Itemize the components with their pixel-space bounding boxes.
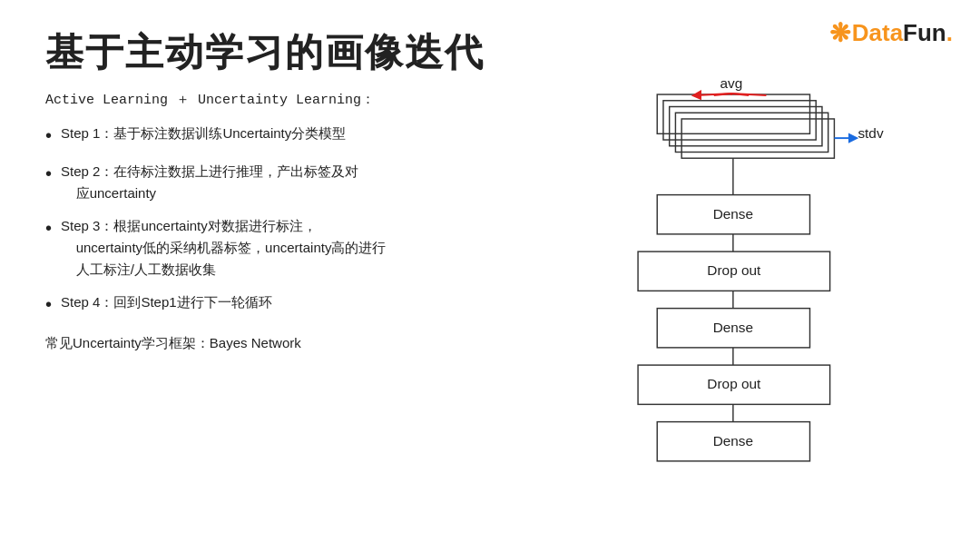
avg-label: avg [720,75,743,91]
list-item: • Step 1：基于标注数据训练Uncertainty分类模型 [45,123,499,150]
bullet-dot-4: • [45,290,52,319]
page-title: 基于主动学习的画像迭代 [45,27,935,78]
logo-fun: Fun [903,19,946,47]
logo-icon: ❋ [829,18,850,48]
logo-data: Data [852,19,903,47]
left-content: Active Learning ＋ Uncertainty Learning： … [45,91,499,352]
logo-dot: . [946,19,953,47]
list-item: • Step 3：根据uncertainty对数据进行标注， uncertain… [45,215,499,281]
bullet-list: • Step 1：基于标注数据训练Uncertainty分类模型 • Step … [45,123,499,319]
bullet-text-2: Step 2：在待标注数据上进行推理，产出标签及对 应uncertainty [61,161,358,204]
bullet-dot-1: • [45,121,52,150]
right-diagram: avg stdv Dense Drop o [544,73,962,527]
dense-label-2: Dense [713,320,753,335]
logo: ❋ DataFun. [829,18,953,48]
footnote-text: 常见Uncertainty学习框架：Bayes Network [45,335,499,352]
dense-label-1: Dense [713,206,753,222]
dropout-label-1: Drop out [707,262,761,278]
bullet-text-4: Step 4：回到Step1进行下一轮循环 [61,291,272,313]
stdv-label: stdv [858,125,884,141]
bullet-text-3: Step 3：根据uncertainty对数据进行标注， uncertainty… [61,215,386,281]
diagram-svg: avg stdv Dense Drop o [544,73,962,527]
dropout-label-2: Drop out [707,376,761,391]
bullet-text-1: Step 1：基于标注数据训练Uncertainty分类模型 [61,123,346,144]
dense-label-3: Dense [713,433,753,448]
slide: ❋ DataFun. 基于主动学习的画像迭代 Active Learning ＋… [0,0,980,552]
list-item: • Step 2：在待标注数据上进行推理，产出标签及对 应uncertainty [45,161,499,204]
bullet-dot-3: • [45,213,52,242]
intro-text: Active Learning ＋ Uncertainty Learning： [45,91,499,108]
list-item: • Step 4：回到Step1进行下一轮循环 [45,291,499,319]
bullet-dot-2: • [45,159,52,188]
